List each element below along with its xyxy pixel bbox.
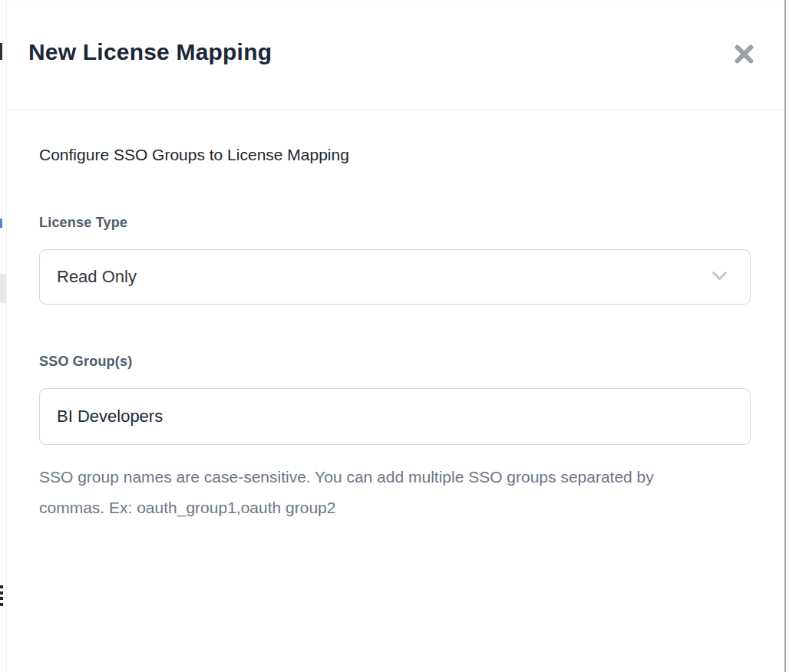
page-fragment-blue	[0, 219, 2, 228]
license-type-value: Read Only	[57, 267, 709, 287]
close-icon	[732, 42, 756, 66]
page-fragment-gray	[0, 274, 6, 303]
license-mapping-modal: New License Mapping Configure SSO Groups…	[6, 0, 786, 672]
license-type-select[interactable]: Read Only	[39, 249, 751, 305]
icon-bar	[0, 585, 3, 588]
modal-subtitle: Configure SSO Groups to License Mapping	[39, 144, 751, 166]
sso-groups-label: SSO Group(s)	[39, 354, 751, 370]
clipped-list-icon	[0, 585, 3, 606]
icon-bar	[0, 603, 3, 606]
icon-bar	[0, 597, 3, 600]
page-fragment-dark	[0, 43, 2, 60]
license-type-label: License Type	[39, 215, 751, 231]
modal-header: New License Mapping	[7, 0, 784, 110]
chevron-down-icon	[709, 265, 730, 289]
sso-groups-helper-text: SSO group names are case-sensitive. You …	[39, 462, 715, 523]
modal-body: Configure SSO Groups to License Mapping …	[7, 110, 784, 523]
icon-bar	[0, 591, 3, 595]
sso-groups-input[interactable]	[39, 388, 751, 445]
modal-title: New License Mapping	[28, 39, 272, 65]
close-button[interactable]	[726, 36, 761, 71]
